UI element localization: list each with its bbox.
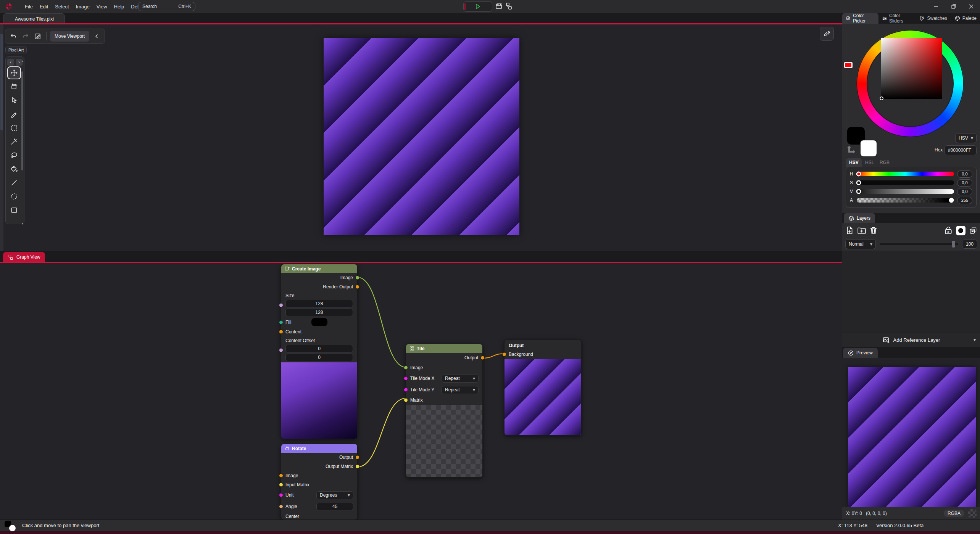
node-tile[interactable]: Tile Output Image Tile Mode X Repeat▾ Ti…	[406, 344, 483, 478]
port-size-input[interactable]	[279, 303, 283, 307]
new-layer-button[interactable]	[845, 226, 854, 235]
tab-preview[interactable]: Preview	[843, 348, 878, 358]
port-content-input[interactable]	[279, 330, 283, 334]
opacity-slider-handle[interactable]	[952, 241, 955, 248]
port-rotate-image-input[interactable]	[279, 474, 283, 478]
color-model-dropdown[interactable]: HSV▾	[955, 133, 977, 143]
move-viewport-button[interactable]: Move Viewport	[50, 31, 89, 42]
value-value[interactable]: 0,0	[957, 188, 972, 195]
collapse-toolbar-chevron[interactable]	[92, 31, 102, 41]
reference-expand-chevron[interactable]: ▾	[974, 337, 976, 343]
swap-colors-icon[interactable]	[846, 145, 858, 156]
tool-pen[interactable]	[7, 108, 21, 121]
port-unit-input[interactable]	[279, 493, 283, 497]
redo-button[interactable]	[21, 31, 31, 41]
close-button[interactable]	[962, 0, 980, 13]
tools-prev-chevron[interactable]: ‹	[7, 59, 14, 66]
saturation-value[interactable]: 0,0	[957, 179, 972, 187]
value-slider[interactable]	[857, 189, 954, 194]
port-content-offset-input[interactable]	[279, 348, 283, 352]
scroll-down-arrow[interactable]: ▼	[21, 222, 23, 225]
alpha-slider[interactable]	[857, 198, 954, 203]
size-width-field[interactable]: 128	[285, 300, 353, 307]
edit-pixels-button[interactable]	[33, 31, 43, 41]
menu-select[interactable]: Select	[52, 2, 72, 11]
port-rotate-output[interactable]	[355, 455, 359, 460]
sv-cursor[interactable]	[880, 97, 883, 100]
add-reference-layer-button[interactable]: Add Reference Layer ▾	[842, 333, 980, 347]
tool-rectangle[interactable]	[7, 204, 21, 217]
mode-tab-hsv[interactable]: HSV	[846, 158, 862, 167]
new-folder-button[interactable]	[857, 226, 866, 235]
viewport-settings-button[interactable]	[820, 27, 834, 41]
menu-image[interactable]: Image	[73, 2, 93, 11]
hue-value[interactable]: 0,0	[957, 170, 972, 178]
tool-line[interactable]	[7, 176, 21, 189]
saturation-value-square[interactable]	[881, 38, 942, 99]
node-rotate[interactable]: Rotate Output Output Matrix Image Input …	[281, 444, 358, 520]
port-tile-image-input[interactable]	[404, 366, 408, 370]
tab-palette[interactable]: Palette	[951, 13, 980, 24]
alpha-value[interactable]: 255	[957, 197, 972, 204]
tool-rotate-viewport[interactable]	[7, 80, 21, 93]
tab-layers[interactable]: Layers	[844, 213, 875, 223]
hue-slider[interactable]	[857, 172, 954, 176]
tab-color-sliders[interactable]: Color Sliders	[878, 13, 916, 24]
port-output-matrix[interactable]	[355, 465, 359, 469]
play-button[interactable]	[463, 1, 492, 12]
size-height-field[interactable]: 128	[285, 309, 353, 316]
canvas-viewport[interactable]: Move Viewport Pixel Art ‹ ›	[0, 24, 842, 251]
tab-swatches[interactable]: Swatches	[916, 13, 951, 24]
port-fill-input[interactable]	[279, 320, 283, 325]
tile-mode-y-dropdown[interactable]: Repeat▾	[442, 386, 479, 394]
tool-fill-bucket[interactable]	[7, 162, 21, 175]
tool-move-viewport[interactable]	[7, 66, 21, 79]
restore-button[interactable]	[945, 0, 962, 13]
tool-magic-wand[interactable]	[7, 135, 21, 148]
graph-view-tab[interactable]: Graph View	[3, 252, 45, 262]
tools-scrollbar[interactable]: ▲ ▼	[21, 66, 23, 222]
port-render-output[interactable]	[355, 285, 359, 289]
tool-rectangle-select[interactable]	[7, 121, 21, 134]
unit-dropdown[interactable]: Degrees▾	[316, 491, 353, 499]
offset-y-field[interactable]: 0	[285, 354, 353, 361]
port-matrix-input[interactable]	[404, 398, 408, 402]
port-input-matrix[interactable]	[279, 483, 283, 487]
mode-tab-hsl[interactable]: HSL	[862, 158, 877, 167]
hex-input[interactable]: #000000FF	[945, 145, 977, 155]
offset-x-field[interactable]: 0	[285, 345, 353, 352]
node-graph-icon[interactable]	[505, 2, 513, 10]
port-tile-mode-y[interactable]	[404, 388, 408, 392]
lock-alpha-button[interactable]: α	[944, 226, 953, 235]
scroll-up-arrow[interactable]: ▲	[21, 60, 23, 63]
fill-color-swatch[interactable]	[312, 318, 327, 326]
menu-file[interactable]: File	[21, 2, 36, 11]
menu-edit[interactable]: Edit	[36, 2, 52, 11]
document-canvas[interactable]	[324, 38, 519, 235]
port-tile-mode-x[interactable]	[404, 376, 408, 381]
menu-view[interactable]: View	[93, 2, 111, 11]
node-output[interactable]: Output Background	[504, 339, 582, 436]
blend-mode-dropdown[interactable]: Normal▾	[845, 239, 876, 249]
animation-clapperboard-icon[interactable]	[495, 2, 503, 10]
tool-ellipse[interactable]	[7, 190, 21, 203]
tool-pointer[interactable]	[7, 94, 21, 107]
merge-layer-button[interactable]	[969, 226, 977, 235]
tool-lasso[interactable]	[7, 149, 21, 162]
port-tile-output[interactable]	[480, 356, 485, 360]
tile-mode-x-dropdown[interactable]: Repeat▾	[442, 375, 479, 383]
minimize-button[interactable]	[927, 0, 945, 13]
node-graph-area[interactable]: Create Image Image Render Output Size 12…	[0, 263, 842, 520]
opacity-value[interactable]: 100	[962, 240, 977, 249]
mode-tab-rgb[interactable]: RGB	[877, 158, 893, 167]
node-create-image[interactable]: Create Image Image Render Output Size 12…	[281, 264, 358, 439]
hue-cursor[interactable]	[844, 62, 853, 68]
search-input[interactable]: Search Ctrl+K	[138, 2, 195, 11]
secondary-color-swatch[interactable]	[860, 140, 877, 157]
format-badge[interactable]: RGBA	[944, 510, 964, 517]
document-tab[interactable]: Awesome Tiles.pixi	[3, 13, 65, 24]
port-angle-input[interactable]	[279, 505, 283, 509]
opacity-slider[interactable]	[880, 243, 958, 245]
delete-layer-button[interactable]	[870, 226, 877, 235]
tab-color-picker[interactable]: Color Picker	[842, 13, 878, 24]
